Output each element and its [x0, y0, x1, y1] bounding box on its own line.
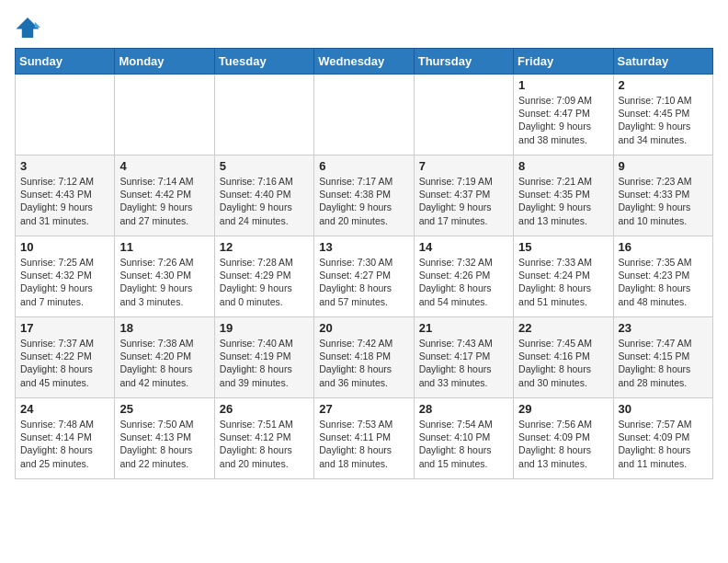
day-number: 24 [20, 402, 109, 416]
calendar-cell: 13Sunrise: 7:30 AM Sunset: 4:27 PM Dayli… [314, 236, 414, 317]
day-info: Sunrise: 7:48 AM Sunset: 4:14 PM Dayligh… [20, 418, 109, 470]
day-number: 25 [119, 402, 209, 416]
calendar-cell: 9Sunrise: 7:23 AM Sunset: 4:33 PM Daylig… [613, 155, 712, 236]
calendar-week-3: 17Sunrise: 7:37 AM Sunset: 4:22 PM Dayli… [16, 317, 713, 398]
header-friday: Friday [514, 49, 613, 75]
calendar-cell: 4Sunrise: 7:14 AM Sunset: 4:42 PM Daylig… [115, 155, 214, 236]
day-info: Sunrise: 7:47 AM Sunset: 4:15 PM Dayligh… [619, 337, 708, 389]
calendar-cell: 27Sunrise: 7:53 AM Sunset: 4:11 PM Dayli… [314, 398, 414, 479]
day-number: 19 [220, 321, 309, 335]
day-number: 1 [518, 78, 608, 92]
day-info: Sunrise: 7:14 AM Sunset: 4:42 PM Dayligh… [119, 175, 209, 227]
header-thursday: Thursday [414, 49, 513, 75]
day-info: Sunrise: 7:37 AM Sunset: 4:22 PM Dayligh… [20, 337, 109, 389]
day-number: 11 [119, 240, 209, 254]
calendar-cell: 23Sunrise: 7:47 AM Sunset: 4:15 PM Dayli… [613, 317, 712, 398]
day-number: 7 [419, 159, 508, 173]
calendar-cell [16, 75, 115, 155]
day-info: Sunrise: 7:30 AM Sunset: 4:27 PM Dayligh… [319, 256, 408, 308]
day-info: Sunrise: 7:56 AM Sunset: 4:09 PM Dayligh… [518, 418, 608, 470]
day-info: Sunrise: 7:23 AM Sunset: 4:33 PM Dayligh… [619, 175, 708, 227]
calendar-cell: 6Sunrise: 7:17 AM Sunset: 4:38 PM Daylig… [314, 155, 414, 236]
day-info: Sunrise: 7:19 AM Sunset: 4:37 PM Dayligh… [419, 175, 508, 227]
day-info: Sunrise: 7:28 AM Sunset: 4:29 PM Dayligh… [220, 256, 309, 308]
day-info: Sunrise: 7:21 AM Sunset: 4:35 PM Dayligh… [518, 175, 608, 227]
day-number: 13 [319, 240, 408, 254]
calendar-week-0: 1Sunrise: 7:09 AM Sunset: 4:47 PM Daylig… [16, 75, 713, 155]
calendar-cell: 19Sunrise: 7:40 AM Sunset: 4:19 PM Dayli… [214, 317, 313, 398]
day-info: Sunrise: 7:50 AM Sunset: 4:13 PM Dayligh… [119, 418, 209, 470]
day-number: 22 [518, 321, 608, 335]
calendar-cell: 21Sunrise: 7:43 AM Sunset: 4:17 PM Dayli… [414, 317, 513, 398]
day-number: 14 [419, 240, 508, 254]
day-info: Sunrise: 7:17 AM Sunset: 4:38 PM Dayligh… [319, 175, 408, 227]
day-number: 30 [619, 402, 708, 416]
header-wednesday: Wednesday [314, 49, 414, 75]
calendar-cell [314, 75, 414, 155]
day-number: 6 [319, 159, 408, 173]
day-info: Sunrise: 7:38 AM Sunset: 4:20 PM Dayligh… [119, 337, 209, 389]
logo [15, 15, 44, 40]
calendar-cell: 7Sunrise: 7:19 AM Sunset: 4:37 PM Daylig… [414, 155, 513, 236]
day-info: Sunrise: 7:16 AM Sunset: 4:40 PM Dayligh… [220, 175, 309, 227]
day-number: 5 [220, 159, 309, 173]
day-number: 15 [518, 240, 608, 254]
page-header [15, 15, 713, 40]
calendar-cell: 12Sunrise: 7:28 AM Sunset: 4:29 PM Dayli… [214, 236, 313, 317]
day-info: Sunrise: 7:32 AM Sunset: 4:26 PM Dayligh… [419, 256, 508, 308]
calendar-cell [214, 75, 313, 155]
calendar-cell: 20Sunrise: 7:42 AM Sunset: 4:18 PM Dayli… [314, 317, 414, 398]
calendar-cell: 24Sunrise: 7:48 AM Sunset: 4:14 PM Dayli… [16, 398, 115, 479]
day-number: 29 [518, 402, 608, 416]
calendar-cell: 17Sunrise: 7:37 AM Sunset: 4:22 PM Dayli… [16, 317, 115, 398]
calendar-cell: 22Sunrise: 7:45 AM Sunset: 4:16 PM Dayli… [514, 317, 613, 398]
calendar-cell: 1Sunrise: 7:09 AM Sunset: 4:47 PM Daylig… [514, 75, 613, 155]
day-number: 21 [419, 321, 508, 335]
day-number: 18 [119, 321, 209, 335]
day-number: 17 [20, 321, 109, 335]
calendar-cell: 11Sunrise: 7:26 AM Sunset: 4:30 PM Dayli… [115, 236, 214, 317]
day-info: Sunrise: 7:40 AM Sunset: 4:19 PM Dayligh… [220, 337, 309, 389]
calendar-week-1: 3Sunrise: 7:12 AM Sunset: 4:43 PM Daylig… [16, 155, 713, 236]
day-number: 16 [619, 240, 708, 254]
day-number: 9 [619, 159, 708, 173]
calendar-cell: 2Sunrise: 7:10 AM Sunset: 4:45 PM Daylig… [613, 75, 712, 155]
calendar-cell: 15Sunrise: 7:33 AM Sunset: 4:24 PM Dayli… [514, 236, 613, 317]
day-info: Sunrise: 7:45 AM Sunset: 4:16 PM Dayligh… [518, 337, 608, 389]
day-info: Sunrise: 7:25 AM Sunset: 4:32 PM Dayligh… [20, 256, 109, 308]
calendar-cell: 3Sunrise: 7:12 AM Sunset: 4:43 PM Daylig… [16, 155, 115, 236]
calendar-header-row: SundayMondayTuesdayWednesdayThursdayFrid… [16, 49, 713, 75]
calendar-week-2: 10Sunrise: 7:25 AM Sunset: 4:32 PM Dayli… [16, 236, 713, 317]
day-info: Sunrise: 7:42 AM Sunset: 4:18 PM Dayligh… [319, 337, 408, 389]
calendar-cell: 14Sunrise: 7:32 AM Sunset: 4:26 PM Dayli… [414, 236, 513, 317]
calendar-week-4: 24Sunrise: 7:48 AM Sunset: 4:14 PM Dayli… [16, 398, 713, 479]
day-number: 8 [518, 159, 608, 173]
calendar-cell: 16Sunrise: 7:35 AM Sunset: 4:23 PM Dayli… [613, 236, 712, 317]
day-info: Sunrise: 7:12 AM Sunset: 4:43 PM Dayligh… [20, 175, 109, 227]
calendar-cell: 29Sunrise: 7:56 AM Sunset: 4:09 PM Dayli… [514, 398, 613, 479]
day-number: 3 [20, 159, 109, 173]
day-info: Sunrise: 7:33 AM Sunset: 4:24 PM Dayligh… [518, 256, 608, 308]
header-tuesday: Tuesday [214, 49, 313, 75]
day-info: Sunrise: 7:53 AM Sunset: 4:11 PM Dayligh… [319, 418, 408, 470]
day-number: 28 [419, 402, 508, 416]
day-info: Sunrise: 7:10 AM Sunset: 4:45 PM Dayligh… [619, 94, 708, 146]
day-number: 12 [220, 240, 309, 254]
calendar-cell: 28Sunrise: 7:54 AM Sunset: 4:10 PM Dayli… [414, 398, 513, 479]
day-number: 20 [319, 321, 408, 335]
calendar-cell [115, 75, 214, 155]
day-number: 4 [119, 159, 209, 173]
header-saturday: Saturday [613, 49, 712, 75]
calendar-cell: 25Sunrise: 7:50 AM Sunset: 4:13 PM Dayli… [115, 398, 214, 479]
calendar-table: SundayMondayTuesdayWednesdayThursdayFrid… [15, 48, 713, 479]
day-info: Sunrise: 7:54 AM Sunset: 4:10 PM Dayligh… [419, 418, 508, 470]
day-info: Sunrise: 7:09 AM Sunset: 4:47 PM Dayligh… [518, 94, 608, 146]
day-number: 26 [220, 402, 309, 416]
day-number: 10 [20, 240, 109, 254]
calendar-cell: 5Sunrise: 7:16 AM Sunset: 4:40 PM Daylig… [214, 155, 313, 236]
day-number: 2 [619, 78, 708, 92]
calendar-cell: 8Sunrise: 7:21 AM Sunset: 4:35 PM Daylig… [514, 155, 613, 236]
day-info: Sunrise: 7:57 AM Sunset: 4:09 PM Dayligh… [619, 418, 708, 470]
day-info: Sunrise: 7:43 AM Sunset: 4:17 PM Dayligh… [419, 337, 508, 389]
day-number: 27 [319, 402, 408, 416]
